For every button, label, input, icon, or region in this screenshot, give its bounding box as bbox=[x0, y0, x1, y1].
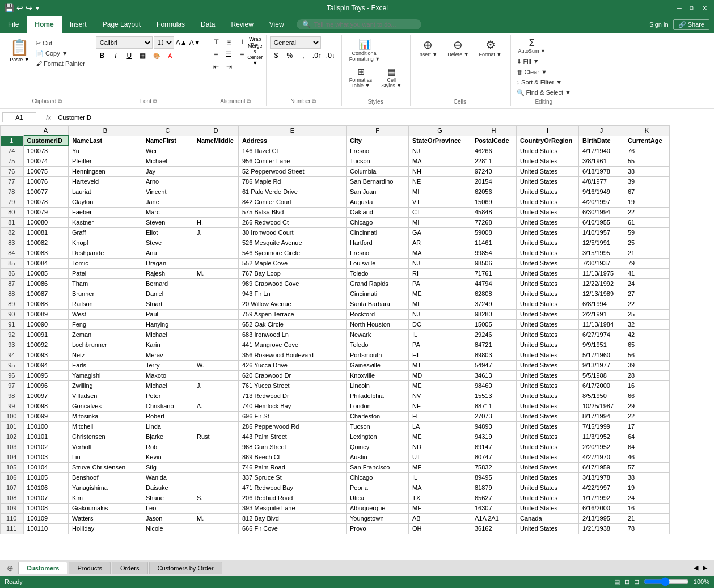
cell-j75[interactable]: 3/8/1961 bbox=[579, 156, 624, 166]
cell-a103[interactable]: 100102 bbox=[23, 442, 69, 452]
cell-h87[interactable]: 44794 bbox=[471, 278, 517, 289]
cell-g108[interactable]: TX bbox=[409, 493, 471, 503]
cell-d100[interactable] bbox=[193, 411, 239, 421]
cell-c101[interactable]: Linda bbox=[142, 421, 193, 432]
cell-h81[interactable]: 77268 bbox=[471, 217, 517, 227]
cell-k81[interactable]: 61 bbox=[624, 217, 670, 227]
cell-j107[interactable]: 4/22/1997 bbox=[579, 483, 624, 493]
cell-j99[interactable]: 10/25/1987 bbox=[579, 401, 624, 411]
cell-h96[interactable]: 34613 bbox=[471, 370, 517, 380]
cell-b83[interactable]: Knopf bbox=[69, 238, 142, 248]
cell-h92[interactable]: 29246 bbox=[471, 329, 517, 340]
cell-g82[interactable]: GA bbox=[409, 227, 471, 238]
cell-d80[interactable] bbox=[193, 207, 239, 217]
col-header-k[interactable]: K bbox=[624, 126, 670, 136]
cell-j84[interactable]: 3/15/1995 bbox=[579, 248, 624, 258]
cell-i79[interactable]: United States bbox=[517, 197, 579, 207]
cell-j110[interactable]: 2/13/1995 bbox=[579, 513, 624, 523]
right-align-button[interactable]: ≡ bbox=[236, 49, 248, 60]
cell-h84[interactable]: 99854 bbox=[471, 248, 517, 258]
cell-d108[interactable]: S. bbox=[193, 493, 239, 503]
cell-f108[interactable]: Utica bbox=[347, 493, 409, 503]
cell-c85[interactable]: Dragan bbox=[142, 258, 193, 268]
cell-i108[interactable]: United States bbox=[517, 493, 579, 503]
cell-g94[interactable]: HI bbox=[409, 350, 471, 360]
cell-f107[interactable]: Peoria bbox=[347, 483, 409, 493]
cell-b97[interactable]: Zwilling bbox=[69, 380, 142, 391]
cell-f101[interactable]: Tucson bbox=[347, 421, 409, 432]
cell-j77[interactable]: 4/8/1977 bbox=[579, 176, 624, 187]
cell-f85[interactable]: Louisville bbox=[347, 258, 409, 268]
cell-i91[interactable]: United States bbox=[517, 319, 579, 329]
cell-a97[interactable]: 100096 bbox=[23, 380, 69, 391]
cell-i87[interactable]: United States bbox=[517, 278, 579, 289]
cell-a82[interactable]: 100081 bbox=[23, 227, 69, 238]
cell-d92[interactable] bbox=[193, 329, 239, 340]
cell-f97[interactable]: Lincoln bbox=[347, 380, 409, 391]
cell-b111[interactable]: Holliday bbox=[69, 523, 142, 534]
cell-e78[interactable]: 61 Palo Verde Drive bbox=[239, 187, 347, 197]
cell-a108[interactable]: 100107 bbox=[23, 493, 69, 503]
cell-h110[interactable]: A1A 2A1 bbox=[471, 513, 517, 523]
cell-g106[interactable]: IL bbox=[409, 472, 471, 483]
cell-k99[interactable]: 29 bbox=[624, 401, 670, 411]
cell-k97[interactable]: 16 bbox=[624, 380, 670, 391]
cell-g80[interactable]: CT bbox=[409, 207, 471, 217]
cell-d111[interactable] bbox=[193, 523, 239, 534]
cell-d83[interactable] bbox=[193, 238, 239, 248]
cell-h85[interactable]: 98506 bbox=[471, 258, 517, 268]
cell-h95[interactable]: 54947 bbox=[471, 360, 517, 370]
cell-b102[interactable]: Christensen bbox=[69, 432, 142, 442]
cell-f110[interactable]: Youngstown bbox=[347, 513, 409, 523]
cell-i103[interactable]: United States bbox=[517, 442, 579, 452]
cell-k91[interactable]: 32 bbox=[624, 319, 670, 329]
cell-c111[interactable]: Nicole bbox=[142, 523, 193, 534]
cell-c74[interactable]: Wei bbox=[142, 146, 193, 156]
delete-cells-button[interactable]: ⊖ Delete ▼ bbox=[443, 36, 472, 59]
cell-j81[interactable]: 6/10/1955 bbox=[579, 217, 624, 227]
cell-k74[interactable]: 76 bbox=[624, 146, 670, 156]
cell-i90[interactable]: United States bbox=[517, 309, 579, 319]
cell-i110[interactable]: Canada bbox=[517, 513, 579, 523]
cell-e91[interactable]: 652 Oak Circle bbox=[239, 319, 347, 329]
cell-h79[interactable]: 15069 bbox=[471, 197, 517, 207]
cell-f74[interactable]: Fresno bbox=[347, 146, 409, 156]
cell-j103[interactable]: 2/20/1952 bbox=[579, 442, 624, 452]
cell-f86[interactable]: Toledo bbox=[347, 268, 409, 278]
cell-d93[interactable] bbox=[193, 340, 239, 350]
cell-e74[interactable]: 146 Hazel Ct bbox=[239, 146, 347, 156]
cell-h78[interactable]: 62056 bbox=[471, 187, 517, 197]
cell-a87[interactable]: 100086 bbox=[23, 278, 69, 289]
cell-h100[interactable]: 27073 bbox=[471, 411, 517, 421]
cell-a94[interactable]: 100093 bbox=[23, 350, 69, 360]
cell-d106[interactable] bbox=[193, 472, 239, 483]
cell-b77[interactable]: Harteveld bbox=[69, 176, 142, 187]
cell-f92[interactable]: Newark bbox=[347, 329, 409, 340]
customize-qat-icon[interactable]: ▼ bbox=[35, 5, 40, 11]
tab-file[interactable]: File bbox=[0, 16, 27, 33]
cell-f84[interactable]: Fresno bbox=[347, 248, 409, 258]
cell-i84[interactable]: United States bbox=[517, 248, 579, 258]
number-format-select[interactable]: General bbox=[270, 36, 321, 49]
cell-c104[interactable]: Kevin bbox=[142, 452, 193, 462]
cell-c94[interactable]: Merav bbox=[142, 350, 193, 360]
cell-c84[interactable]: Anu bbox=[142, 248, 193, 258]
restore-button[interactable]: ⧉ bbox=[687, 3, 697, 12]
cell-g109[interactable]: ME bbox=[409, 503, 471, 513]
cell-f91[interactable]: North Houston bbox=[347, 319, 409, 329]
cell-b110[interactable]: Watters bbox=[69, 513, 142, 523]
cell-g98[interactable]: NV bbox=[409, 391, 471, 401]
cell-e102[interactable]: 443 Palm Street bbox=[239, 432, 347, 442]
cell-e84[interactable]: 546 Sycamore Circle bbox=[239, 248, 347, 258]
cell-c86[interactable]: Rajesh bbox=[142, 268, 193, 278]
cell-h89[interactable]: 37249 bbox=[471, 299, 517, 309]
cell-g86[interactable]: RI bbox=[409, 268, 471, 278]
cell-e100[interactable]: 696 Fir St bbox=[239, 411, 347, 421]
font-name-select[interactable]: Calibri bbox=[96, 36, 153, 49]
cell-h90[interactable]: 98280 bbox=[471, 309, 517, 319]
col-header-b[interactable]: B bbox=[69, 126, 142, 136]
cell-a86[interactable]: 100085 bbox=[23, 268, 69, 278]
percent-button[interactable]: % bbox=[284, 50, 296, 61]
cell-b1[interactable]: NameLast bbox=[69, 136, 142, 146]
cell-d76[interactable] bbox=[193, 166, 239, 176]
